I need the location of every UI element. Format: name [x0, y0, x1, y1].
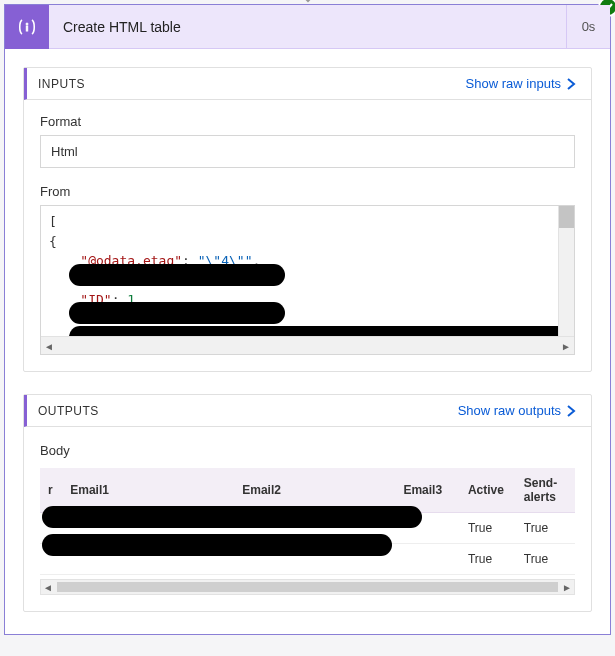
outputs-content: Body r Email1 Email2 Email3 Active Send-… — [24, 427, 591, 611]
raw-inputs-text: Show raw inputs — [466, 76, 561, 91]
card-body: INPUTS Show raw inputs Format Html From … — [5, 49, 610, 634]
card-header[interactable]: Create HTML table 0s — [5, 5, 610, 49]
inputs-section: INPUTS Show raw inputs Format Html From … — [23, 67, 592, 372]
table-scrollbar[interactable]: ◄ ► — [40, 579, 575, 595]
format-value: Html — [40, 135, 575, 168]
scroll-right-icon[interactable]: ► — [558, 337, 574, 355]
svg-rect-1 — [26, 26, 27, 31]
format-label: Format — [40, 114, 575, 129]
chevron-right-icon — [565, 78, 577, 90]
from-json-code[interactable]: [ { "@odata.etag": "\"4\"", "ID": 1, — [41, 206, 574, 336]
scroll-left-icon[interactable]: ◄ — [41, 337, 57, 355]
raw-outputs-text: Show raw outputs — [458, 403, 561, 418]
redaction — [42, 506, 422, 528]
outputs-header: OUTPUTS Show raw outputs — [24, 395, 591, 427]
chevron-right-icon — [565, 405, 577, 417]
scrollbar-horizontal[interactable]: ◄ ► — [41, 336, 574, 354]
duration-label: 0s — [566, 5, 610, 49]
outputs-section: OUTPUTS Show raw outputs Body r Email1 E… — [23, 394, 592, 612]
redaction — [69, 326, 569, 336]
scroll-left-icon[interactable]: ◄ — [41, 582, 55, 593]
svg-point-0 — [26, 23, 28, 25]
action-card: Create HTML table 0s INPUTS Show raw inp… — [4, 4, 611, 635]
col-active: Active — [460, 468, 516, 513]
body-label: Body — [40, 443, 575, 458]
outputs-label: OUTPUTS — [38, 404, 99, 418]
redaction — [42, 534, 392, 556]
card-title: Create HTML table — [49, 19, 566, 35]
from-json-box: [ { "@odata.etag": "\"4\"", "ID": 1, ◄ ► — [40, 205, 575, 355]
redaction — [69, 264, 285, 286]
show-raw-inputs-link[interactable]: Show raw inputs — [466, 76, 577, 91]
action-icon — [5, 5, 49, 49]
from-label: From — [40, 184, 575, 199]
scrollbar-vertical[interactable] — [558, 206, 574, 336]
inputs-content: Format Html From [ { "@odata.etag": "\"4… — [24, 100, 591, 371]
scroll-right-icon[interactable]: ► — [560, 582, 574, 593]
body-table-wrap: r Email1 Email2 Email3 Active Send-alert… — [40, 468, 575, 595]
col-sendalerts: Send-alerts — [516, 468, 575, 513]
inputs-header: INPUTS Show raw inputs — [24, 68, 591, 100]
redaction — [69, 302, 285, 324]
show-raw-outputs-link[interactable]: Show raw outputs — [458, 403, 577, 418]
inputs-label: INPUTS — [38, 77, 85, 91]
